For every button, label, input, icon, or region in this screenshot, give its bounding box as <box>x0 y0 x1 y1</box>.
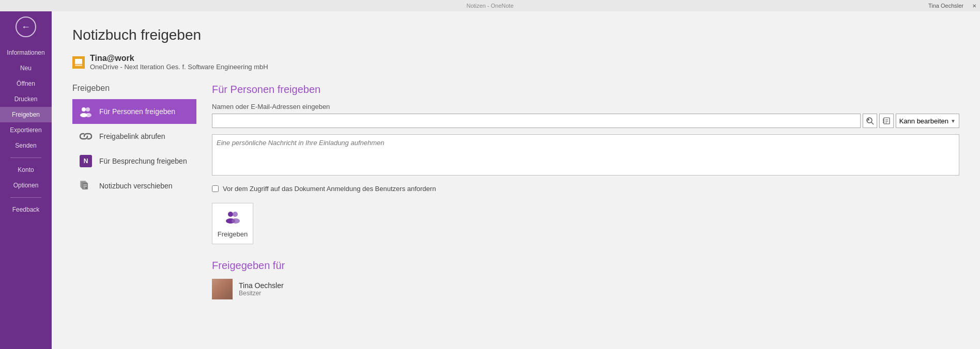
left-nav: Freigeben Für Personen freigeben <box>72 84 196 299</box>
svg-point-2 <box>82 107 86 112</box>
sidebar-item-oeffnen[interactable]: Öffnen <box>0 76 52 91</box>
nav-item-besprechung-label: Für Besprechung freigeben <box>99 157 187 165</box>
sidebar-item-senden[interactable]: Senden <box>0 138 52 153</box>
account-details: Tina@work OneDrive - Next Iteration Ges.… <box>90 54 268 71</box>
sidebar-item-exportieren[interactable]: Exportieren <box>0 122 52 138</box>
svg-point-25 <box>232 218 240 224</box>
back-icon: ← <box>21 22 30 33</box>
nav-item-personen[interactable]: Für Personen freigeben <box>72 99 196 124</box>
address-book-button[interactable] <box>879 114 894 128</box>
share-section-title: Für Personen freigeben <box>212 84 959 96</box>
meeting-icon: N <box>79 154 93 168</box>
account-info: Tina@work OneDrive - Next Iteration Ges.… <box>72 54 959 71</box>
top-bar: Notizen - OneNote Tina Oechsler ✕ <box>0 0 980 11</box>
app-body: ← Informationen Neu Öffnen Drucken Freig… <box>0 11 980 349</box>
account-email: Tina@work <box>90 54 268 63</box>
svg-point-23 <box>233 212 238 217</box>
checkbox-row: Vor dem Zugriff auf das Dokument Anmeldu… <box>212 185 959 193</box>
top-bar-right: Tina Oechsler ✕ <box>923 0 980 11</box>
email-input-row: Kann bearbeiten ▼ <box>212 114 959 128</box>
svg-point-3 <box>86 107 90 112</box>
email-field-label: Namen oder E-Mail-Adressen eingeben <box>212 103 959 110</box>
login-required-checkbox[interactable] <box>212 185 219 192</box>
shared-user-name: Tina Oechsler <box>239 281 284 290</box>
svg-point-5 <box>85 113 91 117</box>
checkbox-label[interactable]: Vor dem Zugriff auf das Dokument Anmeldu… <box>223 185 436 193</box>
share-button-container: Freigeben <box>212 203 959 244</box>
nav-item-link[interactable]: Freigabelink abrufen <box>72 124 196 149</box>
avatar-image <box>212 279 233 299</box>
message-textarea[interactable] <box>212 134 959 176</box>
share-button-label: Freigeben <box>218 230 248 238</box>
people-icon <box>79 104 93 119</box>
nav-item-verschieben-label: Notizbuch verschieben <box>99 182 173 190</box>
account-storage: OneDrive - Next Iteration Ges. f. Softwa… <box>90 63 268 71</box>
sidebar: ← Informationen Neu Öffnen Drucken Freig… <box>0 11 52 349</box>
page-title: Notizbuch freigeben <box>72 27 959 43</box>
main-content: Notizbuch freigeben Tina@work OneDrive -… <box>52 11 980 349</box>
sidebar-divider-2 <box>10 197 41 198</box>
share-button-icon <box>224 210 241 227</box>
account-icon <box>72 56 85 69</box>
sidebar-divider-1 <box>10 157 41 158</box>
search-people-button[interactable] <box>863 114 877 128</box>
sidebar-item-freigeben[interactable]: Freigeben <box>0 107 52 122</box>
sidebar-item-konto[interactable]: Konto <box>0 162 52 178</box>
sidebar-item-neu[interactable]: Neu <box>0 60 52 76</box>
nav-item-personen-label: Für Personen freigeben <box>99 107 175 116</box>
sidebar-item-drucken[interactable]: Drucken <box>0 91 52 107</box>
shared-section-title: Freigegeben für <box>212 260 959 272</box>
nav-item-link-label: Freigabelink abrufen <box>99 132 165 140</box>
sidebar-item-informationen[interactable]: Informationen <box>0 45 52 60</box>
permission-selected: Kann bearbeiten <box>899 117 948 125</box>
nav-item-verschieben[interactable]: Notizbuch verschieben <box>72 173 196 198</box>
shared-user-info: Tina Oechsler Besitzer <box>239 281 284 297</box>
shared-user-row: Tina Oechsler Besitzer <box>212 279 959 299</box>
left-nav-title: Freigeben <box>72 84 196 93</box>
svg-rect-1 <box>75 65 82 66</box>
move-icon <box>79 179 93 193</box>
avatar <box>212 279 233 299</box>
shared-user-role: Besitzer <box>239 290 284 297</box>
email-input[interactable] <box>212 114 861 128</box>
app-title: Notizen - OneNote <box>466 3 513 9</box>
back-button[interactable]: ← <box>16 17 36 37</box>
dropdown-chevron-icon: ▼ <box>951 118 956 124</box>
nav-item-besprechung[interactable]: N Für Besprechung freigeben <box>72 149 196 173</box>
sidebar-item-optionen[interactable]: Optionen <box>0 178 52 193</box>
permission-dropdown[interactable]: Kann bearbeiten ▼ <box>896 114 959 128</box>
share-button[interactable]: Freigeben <box>212 203 253 244</box>
sidebar-item-feedback[interactable]: Feedback <box>0 202 52 217</box>
top-bar-user: Tina Oechsler <box>923 3 969 9</box>
close-button[interactable]: ✕ <box>969 0 980 11</box>
svg-point-22 <box>228 212 233 217</box>
svg-line-13 <box>871 122 874 124</box>
two-col-layout: Freigeben Für Personen freigeben <box>72 84 959 299</box>
right-panel: Für Personen freigeben Namen oder E-Mail… <box>212 84 959 299</box>
link-icon <box>79 129 93 144</box>
svg-rect-0 <box>75 59 82 64</box>
